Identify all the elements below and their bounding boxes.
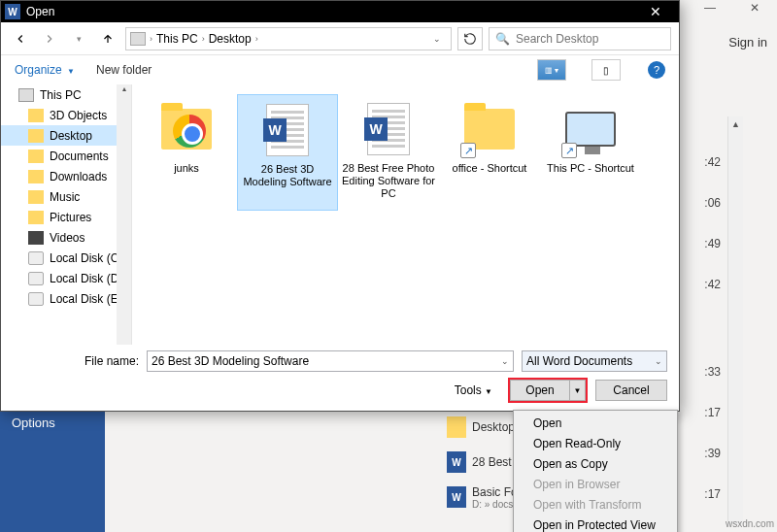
word-doc-icon: W — [447, 451, 466, 473]
menu-item-open[interactable]: Open — [516, 413, 675, 433]
sidebar-item-local-disk-e-[interactable]: Local Disk (E:) — [1, 288, 131, 309]
toolbar: Organize ▼ New folder ▥ ▾ ▯ ? — [1, 55, 679, 84]
file-item[interactable]: W26 Best 3D Modeling Software — [237, 94, 338, 211]
search-box[interactable]: 🔍 — [489, 27, 671, 50]
chevron-down-icon: ▼ — [67, 67, 75, 76]
help-icon[interactable]: ? — [648, 61, 665, 79]
breadcrumb[interactable]: › This PC › Desktop › ⌄ — [125, 27, 452, 50]
sidebar-item-pictures[interactable]: Pictures — [1, 207, 131, 227]
pc-icon — [18, 88, 34, 102]
bg-time-column: :42:06:49:42 — [704, 155, 721, 318]
back-button[interactable] — [9, 27, 32, 50]
sidebar-item-documents[interactable]: Documents — [1, 146, 131, 166]
watermark: wsxdn.com — [726, 518, 774, 529]
chevron-down-icon[interactable]: ⌄ — [501, 356, 509, 366]
sidebar-item-label: Documents — [50, 150, 109, 163]
pc-icon — [565, 112, 616, 147]
view-mode-button[interactable]: ▥ ▾ — [537, 59, 566, 81]
sidebar: This PC3D ObjectsDesktopDocumentsDownloa… — [1, 84, 132, 345]
breadcrumb-dropdown[interactable]: ⌄ — [427, 34, 447, 44]
sidebar-scrollbar[interactable]: ▴ — [117, 84, 131, 345]
menu-item-open-in-browser: Open in Browser — [516, 474, 675, 494]
sidebar-item-3d-objects[interactable]: 3D Objects — [1, 105, 131, 125]
disk-icon — [28, 292, 44, 306]
file-item[interactable]: ↗office - Shortcut — [439, 94, 540, 211]
sidebar-item-this-pc[interactable]: This PC — [1, 84, 131, 105]
dialog-title: Open — [26, 5, 636, 18]
organize-button[interactable]: Organize ▼ — [15, 63, 75, 77]
sidebar-item-videos[interactable]: Videos — [1, 227, 131, 248]
open-button[interactable]: Open — [510, 380, 570, 401]
chevron-right-icon: › — [202, 34, 205, 44]
chrome-icon — [173, 115, 206, 148]
filename-label: File name: — [13, 354, 139, 368]
sidebar-item-local-disk-c-[interactable]: Local Disk (C:) — [1, 248, 131, 268]
sidebar-item-label: Local Disk (D:) — [50, 272, 126, 285]
sidebar-item-label: This PC — [40, 88, 82, 102]
sidebar-item-desktop[interactable]: Desktop — [1, 125, 131, 146]
file-label: junks — [170, 162, 203, 175]
sign-in-link[interactable]: Sign in — [728, 35, 767, 50]
file-label: office - Shortcut — [449, 162, 531, 175]
file-label: 26 Best 3D Modeling Software — [238, 163, 337, 188]
search-input[interactable] — [516, 32, 664, 46]
chevron-right-icon: › — [150, 34, 152, 44]
sidebar-item-label: Desktop — [50, 129, 92, 143]
bg-minimize[interactable]: — — [688, 1, 732, 20]
sidebar-item-label: Downloads — [50, 170, 107, 183]
open-dropdown-arrow[interactable]: ▼ — [570, 380, 586, 401]
forward-button[interactable] — [38, 27, 61, 50]
sidebar-item-local-disk-d-[interactable]: Local Disk (D:) — [1, 268, 131, 288]
disk-icon — [28, 251, 44, 265]
file-item[interactable]: ↗This PC - Shortcut — [540, 94, 641, 211]
folder-icon — [447, 416, 466, 438]
filetype-select[interactable]: All Word Documents⌄ — [522, 350, 667, 372]
file-pane[interactable]: junksW26 Best 3D Modeling SoftwareW28 Be… — [132, 84, 679, 345]
folder-icon — [28, 190, 44, 204]
dialog-footer: File name: 26 Best 3D Modeling Software⌄… — [1, 345, 679, 411]
titlebar[interactable]: W Open ✕ — [1, 1, 679, 22]
new-folder-button[interactable]: New folder — [96, 63, 152, 77]
open-split-button[interactable]: Open ▼ — [510, 380, 586, 401]
bg-time-column-2: :33:17:39:17 — [704, 365, 721, 528]
bg-left-nav: Options — [0, 408, 105, 532]
chevron-down-icon[interactable]: ⌄ — [655, 356, 662, 366]
close-icon[interactable]: ✕ — [636, 4, 675, 19]
sidebar-item-downloads[interactable]: Downloads — [1, 166, 131, 186]
filename-input[interactable]: 26 Best 3D Modeling Software⌄ — [147, 350, 514, 372]
mono-icon — [28, 231, 44, 245]
menu-item-open-as-copy[interactable]: Open as Copy — [516, 453, 675, 474]
file-label: This PC - Shortcut — [543, 162, 638, 175]
menu-item-open-read-only[interactable]: Open Read-Only — [516, 433, 675, 453]
menu-item-open-in-protected-view[interactable]: Open in Protected View — [516, 515, 675, 532]
refresh-button[interactable] — [457, 27, 483, 50]
file-item[interactable]: W28 Best Free Photo Editing Software for… — [338, 94, 439, 211]
word-doc-icon: W — [367, 103, 410, 155]
recent-locations-button[interactable]: ▾ — [67, 27, 90, 50]
preview-pane-button[interactable]: ▯ — [591, 59, 621, 81]
shortcut-arrow-icon: ↗ — [460, 143, 476, 158]
bg-close[interactable]: ✕ — [732, 1, 777, 20]
cancel-button[interactable]: Cancel — [595, 380, 667, 401]
folder-icon — [28, 211, 44, 224]
word-doc-icon: W — [266, 104, 309, 156]
word-doc-icon: W — [447, 486, 466, 508]
shortcut-arrow-icon: ↗ — [561, 143, 577, 158]
sidebar-item-label: 3D Objects — [50, 109, 107, 122]
folder-icon — [161, 109, 212, 150]
crumb-desktop[interactable]: Desktop — [209, 32, 252, 46]
crumb-this-pc[interactable]: This PC — [156, 32, 198, 46]
sidebar-item-music[interactable]: Music — [1, 186, 131, 207]
chevron-down-icon: ▼ — [485, 387, 492, 396]
file-item[interactable]: junks — [136, 94, 237, 211]
bg-scrollbar[interactable]: ▲ — [727, 116, 743, 524]
recent-label: Desktop — [472, 420, 515, 434]
sidebar-item-label: Local Disk (C:) — [50, 251, 126, 265]
tools-button[interactable]: Tools ▼ — [455, 383, 492, 397]
open-dialog: W Open ✕ ▾ › This PC › Desktop › ⌄ 🔍 Org… — [0, 0, 680, 412]
chevron-right-icon: › — [255, 34, 258, 44]
pc-icon — [130, 32, 146, 46]
sidebar-item-label: Pictures — [50, 211, 91, 224]
up-button[interactable] — [96, 27, 119, 50]
menu-item-open-with-transform: Open with Transform — [516, 494, 675, 515]
